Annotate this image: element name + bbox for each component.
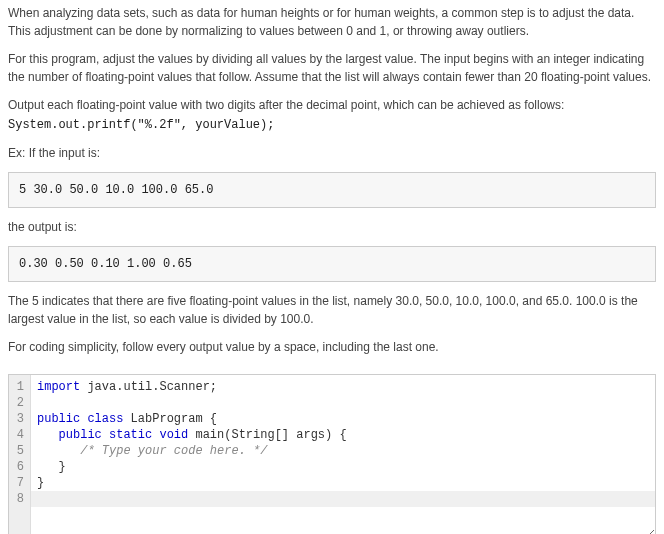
code-line[interactable]: } — [37, 475, 649, 491]
code-line[interactable]: } — [37, 459, 649, 475]
output-format-text: Output each floating-point value with tw… — [8, 98, 564, 112]
code-text: main(String[] args) { — [188, 428, 346, 442]
code-line[interactable]: public class LabProgram { — [37, 411, 649, 427]
code-text — [37, 428, 59, 442]
keyword: public static void — [59, 428, 189, 442]
explanation-paragraph: The 5 indicates that there are five floa… — [8, 292, 656, 328]
example-output-box: 0.30 0.50 0.10 1.00 0.65 — [8, 246, 656, 282]
line-number: 3 — [13, 411, 24, 427]
line-number: 1 — [13, 379, 24, 395]
keyword: import — [37, 380, 80, 394]
line-number-gutter: 1 2 3 4 5 6 7 8 — [9, 375, 31, 534]
code-text: LabProgram { — [123, 412, 217, 426]
keyword: public class — [37, 412, 123, 426]
simplicity-paragraph: For coding simplicity, follow every outp… — [8, 338, 656, 356]
line-number: 5 — [13, 443, 24, 459]
output-format-paragraph: Output each floating-point value with tw… — [8, 96, 656, 134]
code-line[interactable]: public static void main(String[] args) { — [37, 427, 649, 443]
code-editor[interactable]: 1 2 3 4 5 6 7 8 import java.util.Scanner… — [8, 374, 656, 534]
line-number: 2 — [13, 395, 24, 411]
line-number: 8 — [13, 491, 24, 507]
code-area[interactable]: import java.util.Scanner; public class L… — [31, 375, 655, 534]
code-line[interactable]: import java.util.Scanner; — [37, 379, 649, 395]
line-number: 4 — [13, 427, 24, 443]
code-text — [37, 444, 80, 458]
line-number: 7 — [13, 475, 24, 491]
line-number: 6 — [13, 459, 24, 475]
code-line[interactable] — [37, 491, 649, 507]
intro-paragraph-2: For this program, adjust the values by d… — [8, 50, 656, 86]
printf-code: System.out.printf("%.2f", yourValue); — [8, 116, 656, 134]
code-line[interactable] — [37, 395, 649, 411]
code-line[interactable]: /* Type your code here. */ — [37, 443, 649, 459]
intro-paragraph-1: When analyzing data sets, such as data f… — [8, 4, 656, 40]
example-input-label: Ex: If the input is: — [8, 144, 656, 162]
code-text: java.util.Scanner; — [80, 380, 217, 394]
example-output-label: the output is: — [8, 218, 656, 236]
example-input-box: 5 30.0 50.0 10.0 100.0 65.0 — [8, 172, 656, 208]
comment: /* Type your code here. */ — [80, 444, 267, 458]
